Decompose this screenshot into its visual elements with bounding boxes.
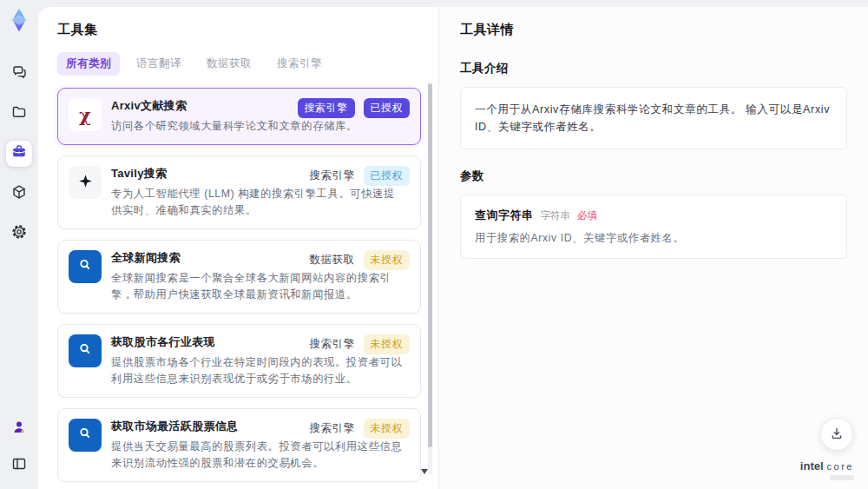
sidebar-item-collapse[interactable] — [6, 453, 32, 479]
tool-icon: χ — [69, 98, 102, 131]
tool-icon — [69, 250, 102, 283]
tavily-star-icon — [77, 173, 94, 193]
tool-badges: 数据获取未授权 — [310, 250, 411, 270]
category-label: 搜索引擎 — [310, 169, 355, 183]
tool-detail-panel: 工具详情 工具介绍 一个用于从Arxiv存储库搜索科学论文和文章的工具。 输入可… — [438, 7, 868, 489]
sidebar-item-account[interactable] — [6, 416, 32, 442]
category-tab-3[interactable]: 搜索引擎 — [268, 52, 331, 76]
scrollbar-thumb[interactable] — [428, 83, 432, 447]
sidebar-bottom — [6, 416, 32, 479]
sidebar-item-folder[interactable] — [6, 101, 32, 127]
tool-badges: 搜索引擎未授权 — [310, 334, 411, 354]
search-glyph-icon — [76, 256, 94, 277]
scroll-down-arrow-icon[interactable] — [421, 469, 428, 474]
page-title: 工具集 — [57, 22, 421, 38]
tool-icon — [69, 334, 102, 367]
category-badge: 搜索引擎 — [298, 98, 355, 118]
param-required-flag: 必填 — [577, 209, 597, 222]
intel-brand-text: intel — [800, 459, 824, 472]
tool-badges: 搜索引擎未授权 — [310, 419, 411, 439]
tool-card[interactable]: 获取市场最活跃股票信息提供当天交易量最高的股票列表。投资者可以利用这些信息来识别… — [57, 408, 421, 482]
scrollbar[interactable] — [428, 83, 432, 475]
tool-card[interactable]: 全球新闻搜索全球新闻搜索是一个聚合全球各大新闻网站内容的搜索引擎，帮助用户快速获… — [57, 240, 421, 314]
status-badge: 已授权 — [364, 166, 411, 186]
tools-panel: 工具集 所有类别语言翻译数据获取搜索引擎 χArxiv文献搜索访问各个研究领域大… — [38, 7, 438, 489]
sidebar — [0, 0, 38, 489]
core-brand-text: core — [827, 461, 854, 472]
status-badge: 已授权 — [364, 98, 411, 118]
param-name: 查询字符串 — [475, 208, 534, 223]
category-label: 搜索引擎 — [310, 337, 355, 352]
tool-description: 提供当天交易量最高的股票列表。投资者可以利用这些信息来识别流动性强的股票和潜在的… — [111, 439, 404, 472]
tool-card[interactable]: χArxiv文献搜索访问各个研究领域大量科学论文和文章的存储库。搜索引擎已授权 — [57, 88, 421, 145]
params-heading: 参数 — [460, 169, 847, 184]
tool-description: 全球新闻搜索是一个聚合全球各大新闻网站内容的搜索引擎，帮助用户快速获取全球最新资… — [111, 270, 404, 303]
tool-card[interactable]: 获取股市各行业表现提供股票市场各个行业在特定时间段内的表现。投资者可以利用这些信… — [57, 324, 421, 398]
category-label: 搜索引擎 — [310, 421, 355, 436]
download-button[interactable] — [820, 418, 853, 451]
search-glyph-icon — [76, 425, 94, 446]
tool-badges: 搜索引擎已授权 — [310, 166, 411, 186]
category-tab-1[interactable]: 语言翻译 — [128, 52, 190, 76]
sidebar-nav — [6, 61, 32, 247]
main-panel: 工具集 所有类别语言翻译数据获取搜索引擎 χArxiv文献搜索访问各个研究领域大… — [38, 7, 868, 489]
intel-core-logo: intelcore — [800, 459, 854, 480]
tool-card[interactable]: Tavily搜索专为人工智能代理 (LLM) 构建的搜索引擎工具。可快速提供实时… — [57, 155, 421, 229]
tool-badges: 搜索引擎已授权 — [298, 98, 411, 118]
chat-icon — [10, 63, 28, 84]
user-icon — [10, 419, 28, 439]
sidebar-item-chat[interactable] — [6, 61, 32, 87]
detail-title: 工具详情 — [460, 22, 847, 38]
sidebar-item-toolbox[interactable] — [6, 141, 32, 167]
search-glyph-icon — [76, 340, 94, 361]
category-tabs: 所有类别语言翻译数据获取搜索引擎 — [57, 52, 421, 76]
download-icon — [829, 426, 845, 444]
tool-icon — [69, 166, 102, 199]
intro-heading: 工具介绍 — [460, 61, 847, 76]
intel-sub-badge — [830, 475, 854, 480]
sidebar-item-cube[interactable] — [6, 181, 32, 207]
param-type: 字符串 — [541, 209, 571, 222]
status-badge: 未授权 — [364, 334, 411, 354]
cube-icon — [10, 183, 28, 204]
category-tab-0[interactable]: 所有类别 — [57, 52, 120, 76]
category-label: 数据获取 — [310, 253, 355, 268]
toolbox-icon — [10, 143, 28, 164]
param-header: 查询字符串字符串必填 — [475, 208, 832, 223]
status-badge: 未授权 — [364, 419, 411, 439]
folder-icon — [10, 103, 28, 124]
panel-toggle-icon — [10, 455, 28, 476]
param-description: 用于搜索的Arxiv ID、关键字或作者姓名。 — [475, 231, 832, 246]
status-badge: 未授权 — [364, 250, 411, 270]
app-logo-icon — [6, 7, 32, 33]
category-tab-2[interactable]: 数据获取 — [198, 52, 260, 76]
tool-description: 提供股票市场各个行业在特定时间段内的表现。投资者可以利用这些信息来识别表现优于或… — [111, 354, 404, 387]
gear-icon — [10, 223, 28, 244]
tool-intro-card: 一个用于从Arxiv存储库搜索科学论文和文章的工具。 输入可以是Arxiv ID… — [460, 87, 847, 149]
arxiv-logo-icon: χ — [79, 106, 91, 124]
param-card: 查询字符串字符串必填用于搜索的Arxiv ID、关键字或作者姓名。 — [460, 195, 847, 259]
sidebar-item-gear[interactable] — [6, 221, 32, 247]
tool-description: 访问各个研究领域大量科学论文和文章的存储库。 — [111, 118, 404, 135]
tool-description: 专为人工智能代理 (LLM) 构建的搜索引擎工具。可快速提供实时、准确和真实的结… — [111, 186, 404, 219]
tool-icon — [69, 419, 102, 452]
param-list: 查询字符串字符串必填用于搜索的Arxiv ID、关键字或作者姓名。 — [460, 195, 847, 259]
tool-list: χArxiv文献搜索访问各个研究领域大量科学论文和文章的存储库。搜索引擎已授权T… — [57, 88, 421, 489]
